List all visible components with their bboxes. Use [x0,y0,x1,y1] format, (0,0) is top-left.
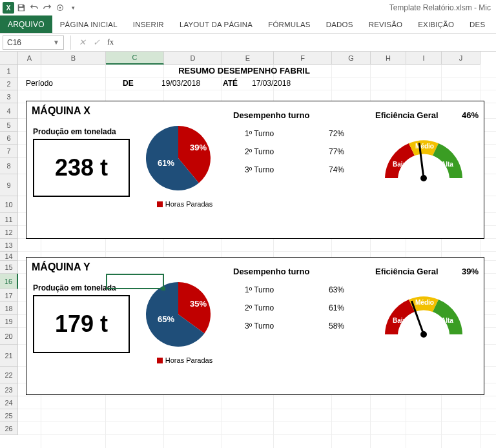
row-header-2[interactable]: 2 [0,77,18,90]
excel-icon[interactable]: X [3,2,14,14]
pie-legend: Horas Paradas [146,356,223,364]
undo-icon[interactable] [28,2,40,14]
date-from: 19/03/2018 [161,79,223,88]
tab-developer[interactable]: DES [462,15,493,33]
efficiency-title: Eficiência Geral [375,110,439,120]
row-header-3[interactable]: 3 [0,90,18,103]
name-box[interactable]: C16 ▼ [3,36,64,50]
worksheet-grid[interactable]: ABCDEFGHIJ 12345678910111213141516171819… [0,52,496,448]
row-header-1[interactable]: 1 [0,65,18,77]
shift-label: 3º Turno [245,321,274,331]
column-header-J[interactable]: J [442,52,480,65]
tab-home[interactable]: PÁGINA INICIAL [52,15,125,33]
column-header-I[interactable]: I [406,52,442,65]
shift-label: 1º Turno [245,129,274,138]
column-header-E[interactable]: E [222,52,274,65]
tab-insert[interactable]: INSERIR [125,15,172,33]
tab-review[interactable]: REVISÃO [361,15,411,33]
row-header-5[interactable]: 5 [0,119,18,132]
shift-label: 2º Turno [245,147,274,156]
tab-formulas[interactable]: FÓRMULAS [260,15,318,33]
shift-label: 2º Turno [245,303,274,312]
shift-value: 72% [329,129,344,138]
tab-view[interactable]: EXIBIÇÃO [410,15,462,33]
name-box-value: C16 [7,38,21,47]
row-header-11[interactable]: 11 [0,213,18,226]
enter-icon[interactable]: ✓ [89,37,103,47]
legend-label: Horas Paradas [165,356,212,364]
row-header-15[interactable]: 15 [0,261,18,274]
column-header-A[interactable]: A [18,52,41,65]
tab-layout[interactable]: LAYOUT DA PÁGINA [172,15,260,33]
production-label: Produção em tonelada [33,127,116,136]
row-header-6[interactable]: 6 [0,132,18,145]
shift-value: 77% [329,147,344,156]
svg-point-1 [59,7,61,9]
svg-text:35%: 35% [190,299,207,309]
window-title: Template Relatório.xlsm - Mic [389,3,491,12]
row-header-24[interactable]: 24 [0,396,18,409]
svg-text:65%: 65% [158,314,174,324]
legend-label: Horas Paradas [165,200,212,208]
shift-row: 1º Turno63% [233,285,349,294]
row-header-8[interactable]: 8 [0,158,18,174]
shift-value: 74% [329,165,344,174]
row-header-14[interactable]: 14 [0,252,18,261]
pie-legend: Horas Paradas [146,200,223,208]
save-icon[interactable] [16,2,27,14]
column-header-F[interactable]: F [274,52,332,65]
row-header-7[interactable]: 7 [0,145,18,158]
dashboard-overlay: RESUMO DESEMPENHO FABRIL Período DE 19/0… [18,65,496,448]
row-header-13[interactable]: 13 [0,239,18,252]
fx-icon[interactable]: fx [103,37,118,47]
svg-text:Médio: Médio [415,299,434,306]
qat-dropdown-icon[interactable]: ▾ [67,2,79,14]
row-header-26[interactable]: 26 [0,422,18,435]
shift-row: 2º Turno61% [233,303,349,312]
column-header-H[interactable]: H [371,52,406,65]
row-header-12[interactable]: 12 [0,226,18,239]
efficiency-panel: Eficiência Geral39% Baixa Médio Alta [375,267,479,349]
row-header-10[interactable]: 10 [0,196,18,213]
column-headers: ABCDEFGHIJ [18,52,496,65]
efficiency-panel: Eficiência Geral46% Baixa Médio Alta [375,110,479,193]
column-header-C[interactable]: C [106,52,164,65]
row-header-22[interactable]: 22 [0,367,18,383]
row-header-23[interactable]: 23 [0,383,18,396]
shift-value: 63% [329,285,344,294]
svg-text:Alta: Alta [441,161,453,168]
row-header-20[interactable]: 20 [0,328,18,345]
row-header-9[interactable]: 9 [0,174,18,196]
formula-input[interactable] [118,36,496,50]
tab-file[interactable]: ARQUIVO [0,15,52,33]
row-header-18[interactable]: 18 [0,302,18,315]
period-label: Período [26,79,123,88]
select-all-corner[interactable] [0,52,18,65]
date-to: 17/03/2018 [252,79,313,88]
de-label: DE [123,79,161,88]
quick-access-toolbar: X ▾ [3,2,79,14]
row-header-19[interactable]: 19 [0,315,18,328]
efficiency-value: 39% [462,267,479,276]
column-header-B[interactable]: B [41,52,106,65]
production-value: 179 t [33,295,130,353]
cancel-icon[interactable]: ✕ [75,37,89,47]
row-header-21[interactable]: 21 [0,345,18,367]
row-header-25[interactable]: 25 [0,409,18,422]
row-header-16[interactable]: 16 [0,274,18,289]
shift-performance: Desempenho turno 1º Turno72%2º Turno77%3… [233,110,349,183]
column-header-G[interactable]: G [332,52,371,65]
name-box-dropdown-icon[interactable]: ▼ [53,39,59,46]
report-title: RESUMO DESEMPENHO FABRIL [18,66,470,76]
row-header-4[interactable]: 4 [0,103,18,119]
shift-value: 58% [329,321,344,331]
tab-data[interactable]: DADOS [318,15,361,33]
shift-title: Desempenho turno [233,267,349,276]
svg-text:61%: 61% [158,158,174,168]
touch-mode-icon[interactable] [54,2,66,14]
shift-row: 3º Turno74% [233,165,349,174]
row-header-17[interactable]: 17 [0,289,18,302]
redo-icon[interactable] [41,2,53,14]
column-header-D[interactable]: D [164,52,222,65]
shift-row: 1º Turno72% [233,129,349,138]
